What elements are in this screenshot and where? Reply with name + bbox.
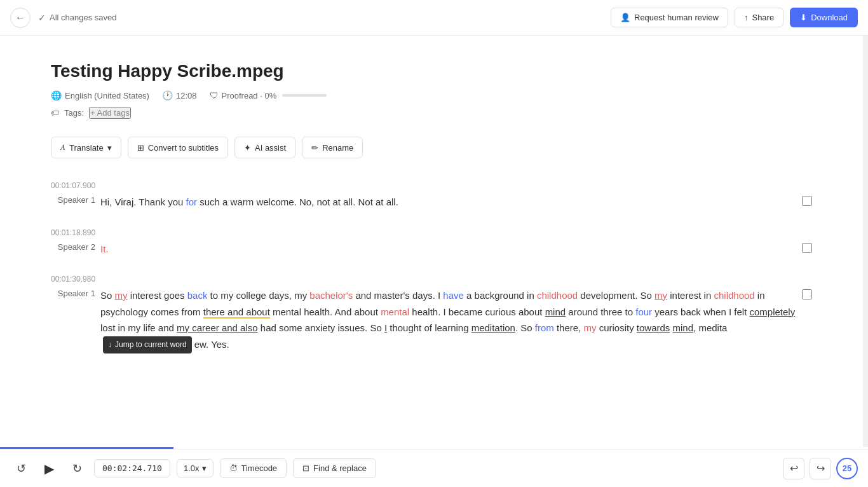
- check-icon: ✓: [38, 13, 46, 23]
- segment-1-row: Speaker 1 Hi, Viraj. Thank you for such …: [51, 194, 812, 210]
- chevron-down-icon: ▾: [107, 143, 112, 153]
- segment-2-checkbox[interactable]: [802, 243, 812, 253]
- rewind-button[interactable]: ↺: [10, 458, 32, 479]
- counter-badge: 25: [836, 458, 858, 479]
- fast-forward-button[interactable]: ↻: [66, 458, 88, 479]
- segment-3: 00:01:30.980 Speaker 1 So my interest go…: [51, 275, 812, 353]
- top-bar-left: ← ✓ All changes saved: [10, 8, 117, 28]
- hl-mind1: mind: [545, 306, 566, 317]
- segment-3-text[interactable]: So my interest goes back to my college d…: [100, 287, 797, 353]
- hl-mental1: mental: [381, 306, 409, 317]
- add-tags-button[interactable]: + Add tags: [89, 107, 131, 119]
- document-title: Testing Happy Scribe.mpeg: [51, 61, 812, 81]
- proofread-meta: 🛡 Proofread · 0%: [210, 90, 327, 100]
- rewind-icon: ↺: [17, 462, 26, 476]
- hl-have: have: [443, 290, 464, 301]
- speed-selector[interactable]: 1.0x ▾: [177, 459, 214, 477]
- back-button[interactable]: ←: [10, 8, 31, 28]
- shield-icon: 🛡: [210, 90, 219, 100]
- jump-to-current-tooltip[interactable]: ↓Jump to current word: [103, 336, 192, 353]
- hl-four: four: [635, 306, 652, 317]
- hl-my2: my: [654, 290, 667, 301]
- subtitles-icon: ⊞: [137, 143, 144, 153]
- translate-icon: 𝐴: [60, 142, 65, 153]
- saved-status: ✓ All changes saved: [38, 13, 117, 23]
- hl-my3: my: [583, 322, 596, 333]
- find-replace-icon: ⊡: [302, 463, 309, 473]
- progress-bar: [0, 447, 173, 449]
- segment-1-text[interactable]: Hi, Viraj. Thank you for such a warm wel…: [100, 194, 797, 210]
- hl-childhood1: childhood: [537, 290, 578, 301]
- segment-3-time: 00:01:30.980: [51, 275, 812, 284]
- hl-i: I: [384, 322, 387, 333]
- segment-3-row: Speaker 1 So my interest goes back to my…: [51, 287, 812, 353]
- hl-bachelors: bachelor's: [309, 290, 353, 301]
- segment-3-checkbox[interactable]: [802, 289, 812, 299]
- segment-2: 00:01:18.890 Speaker 2 It.: [51, 228, 812, 257]
- download-button[interactable]: ⬇ Download: [790, 8, 858, 27]
- hl-towards: towards: [637, 322, 670, 333]
- convert-subtitles-button[interactable]: ⊞ Convert to subtitles: [128, 137, 228, 158]
- hl-meditation: meditation: [471, 322, 515, 333]
- ai-icon: ✦: [244, 143, 251, 153]
- hl-completely: completely: [749, 306, 795, 317]
- review-icon: 👤: [620, 13, 630, 22]
- editor-area[interactable]: Testing Happy Scribe.mpeg 🌐 English (Uni…: [0, 36, 863, 447]
- tag-icon: 🏷: [51, 108, 59, 118]
- tags-row: 🏷 Tags: + Add tags: [51, 107, 812, 119]
- segment-2-speaker: Speaker 2: [51, 241, 95, 252]
- duration-meta: 🕐 12:08: [162, 90, 197, 100]
- play-icon: ▶: [44, 461, 54, 476]
- saved-status-text: All changes saved: [50, 13, 117, 22]
- segment-1: 00:01:07.900 Speaker 1 Hi, Viraj. Thank …: [51, 181, 812, 210]
- top-bar-right: 👤 Request human review ↑ Share ⬇ Downloa…: [611, 8, 858, 27]
- segment-2-text[interactable]: It.: [100, 241, 797, 257]
- hl-from: from: [535, 322, 554, 333]
- hl-my1: my: [115, 290, 128, 301]
- translate-button[interactable]: 𝐴 Translate ▾: [51, 137, 121, 158]
- segment-1-time: 00:01:07.900: [51, 181, 812, 190]
- globe-icon: 🌐: [51, 90, 62, 100]
- arrow-down-icon: ↓: [108, 338, 112, 351]
- undo-icon: ↩: [790, 462, 798, 474]
- share-button[interactable]: ↑ Share: [735, 8, 783, 27]
- hl-there-about: there and about: [203, 306, 270, 319]
- hl-mind2: mind: [673, 322, 694, 333]
- segment-1-speaker: Speaker 1: [51, 194, 95, 205]
- right-scrollbar[interactable]: [863, 36, 868, 447]
- request-review-button[interactable]: 👤 Request human review: [611, 8, 728, 27]
- main-content: Testing Happy Scribe.mpeg 🌐 English (Uni…: [0, 36, 868, 447]
- doc-meta: 🌐 English (United States) 🕐 12:08 🛡 Proo…: [51, 90, 812, 100]
- redo-icon: ↪: [817, 462, 825, 474]
- clock-icon: 🕐: [162, 90, 173, 100]
- pencil-icon: ✏: [311, 143, 318, 153]
- hl-childhood2: childhood: [714, 290, 754, 301]
- hl-back: back: [187, 290, 208, 301]
- redo-button[interactable]: ↪: [810, 458, 831, 479]
- timecode-button[interactable]: ⏱ Timecode: [220, 458, 287, 478]
- top-bar: ← ✓ All changes saved 👤 Request human re…: [0, 0, 868, 36]
- bottom-right-controls: ↩ ↪ 25: [783, 458, 858, 479]
- back-icon: ←: [15, 12, 25, 24]
- segment-3-speaker: Speaker 1: [51, 287, 95, 298]
- share-icon: ↑: [744, 13, 749, 22]
- highlight-it: It.: [100, 244, 109, 254]
- play-button[interactable]: ▶: [38, 458, 60, 479]
- ai-assist-button[interactable]: ✦ AI assist: [234, 137, 295, 158]
- time-display: 00:02:24.710: [94, 459, 170, 477]
- download-icon: ⬇: [800, 13, 807, 22]
- segment-2-row: Speaker 2 It.: [51, 241, 812, 257]
- timecode-icon: ⏱: [229, 463, 238, 473]
- rename-button[interactable]: ✏ Rename: [302, 137, 363, 158]
- highlight-for: for: [186, 196, 198, 207]
- undo-button[interactable]: ↩: [783, 458, 804, 479]
- segment-1-checkbox[interactable]: [802, 196, 812, 206]
- find-replace-button[interactable]: ⊡ Find & replace: [293, 458, 376, 478]
- segment-2-time: 00:01:18.890: [51, 228, 812, 237]
- hl-career: my career and also: [177, 322, 258, 333]
- bottom-bar: ↺ ▶ ↻ 00:02:24.710 1.0x ▾ ⏱ Timecode ⊡ F…: [0, 449, 868, 487]
- doc-toolbar: 𝐴 Translate ▾ ⊞ Convert to subtitles ✦ A…: [51, 137, 812, 158]
- language-meta: 🌐 English (United States): [51, 90, 149, 100]
- proofread-progress-bar: [282, 94, 327, 97]
- fast-forward-icon: ↻: [72, 462, 82, 476]
